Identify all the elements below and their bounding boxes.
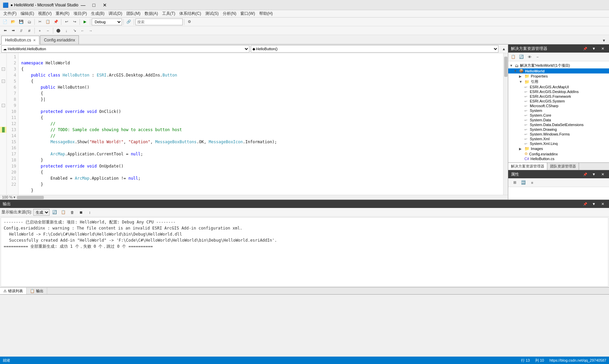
se-tab-solution[interactable]: 解决方案资源管理器 [508,163,547,170]
prop-alpha-icon[interactable]: 🔤 [520,179,527,186]
scrollbar-thumb[interactable] [504,57,508,77]
se-close-button[interactable]: ✕ [599,45,606,52]
search-input[interactable] [135,19,183,25]
step-over-button[interactable]: ↓ [63,27,70,34]
paste-button[interactable]: 📌 [52,18,60,26]
tree-images[interactable]: ▶ 📁 Images [508,146,609,151]
step-into-button[interactable]: ↘ [71,27,78,34]
collapse-btn-9[interactable]: − [2,104,5,107]
tree-ref-system[interactable]: ↩ System [508,108,609,113]
outdent-button[interactable]: ➡ [9,27,17,34]
indent-button[interactable]: ⬅ [1,27,9,34]
menu-refactor[interactable]: 重构(R) [54,10,71,17]
start-button[interactable]: ▶ [81,18,89,26]
attach-button[interactable]: 🔗 [125,18,132,26]
se-properties-button[interactable]: 📋 [510,53,517,61]
tree-solution[interactable]: ▼ 🗂 解决方案'HelloWorld'(1个项目) [508,63,609,68]
breakpoint-button[interactable]: ⬤ [55,27,62,34]
output-dropdown-button[interactable]: ▼ [590,200,598,208]
output-expand-button[interactable]: ↕ [86,209,93,216]
prop-dropdown-button[interactable]: ▼ [590,171,598,178]
navigate-forward-button[interactable]: → [87,27,94,34]
prop-close-button[interactable]: ✕ [599,171,606,178]
redo-button[interactable]: ↪ [71,18,78,26]
menu-help[interactable]: 帮助(H) [257,10,275,17]
code-editor[interactable]: namespace HelloWorld { public class Hell… [19,53,503,195]
tree-ref-dataset-ext[interactable]: ↩ System.Data.DataSetExtensions [508,122,609,127]
uncomment-button[interactable]: // [26,27,33,34]
tree-ref-system-esri[interactable]: ↩ ESRI.ArcGIS.System [508,99,609,103]
navigate-back-button[interactable]: ← [79,27,86,34]
minimize-button[interactable]: — [79,1,88,9]
menu-window[interactable]: 窗口(W) [238,10,257,17]
menu-tools[interactable]: 工具(T) [160,10,177,17]
save-button[interactable]: 💾 [18,18,25,26]
horizontal-scrollbar[interactable]: 100 % ▾ [0,195,508,200]
tree-properties[interactable]: ▶ 📁 Properties [508,73,609,79]
menu-build[interactable]: 生成(B) [89,10,106,17]
collapse-btn-5[interactable]: − [2,80,5,83]
comment-button[interactable]: // [18,27,25,34]
output-copy-button[interactable]: 📋 [60,209,67,216]
tree-ref-framework[interactable]: ↩ ESRI.ArcGIS.Framework [508,94,609,99]
bottom-tab-errors[interactable]: ⚠ 错误列表 [0,287,27,294]
se-show-all-button[interactable]: 👁 [526,53,533,61]
output-refresh-button[interactable]: 🔄 [51,209,58,216]
menu-view[interactable]: 视图(V) [36,10,54,17]
menu-architecture[interactable]: 体系结构(C) [177,10,203,17]
cut-button[interactable]: ✂ [36,18,43,26]
bottom-tab-output[interactable]: 📋 输出 [27,287,47,294]
tab-hellobutton-cs[interactable]: HelloButton.cs ✕ [1,36,39,44]
expand-editor-button[interactable]: ▲ [501,45,507,53]
collapse-all-button[interactable]: − [44,27,52,34]
output-stop-button[interactable]: ⏹ [77,209,85,216]
tree-ref-xml-linq[interactable]: ↩ System.Xml.Linq [508,141,609,146]
menu-team[interactable]: 团队(M) [124,10,143,17]
tree-ref-drawing[interactable]: ↩ System.Drawing [508,127,609,132]
expand-all-button[interactable]: + [36,27,43,34]
class-dropdown[interactable]: ☁ HelloWorld.HelloButton [1,45,249,53]
menu-analyze[interactable]: 分析(N) [221,10,239,17]
tree-project-helloworld[interactable]: ▼ 📦 HelloWorld [508,68,609,73]
tree-ref-desktop-addins[interactable]: ↩ ESRI.ArcGIS.Desktop.AddIns [508,89,609,94]
output-source-select[interactable]: 生成 [33,209,50,216]
menu-debug[interactable]: 调试(D) [106,10,124,17]
tree-hellobutton-cs[interactable]: C# HelloButton.cs [508,156,609,161]
tree-ref-xml[interactable]: ↩ System.Xml [508,136,609,141]
output-close-button[interactable]: ✕ [599,200,606,208]
tab-close-hellobutton[interactable]: ✕ [33,38,36,42]
tree-ref-system-core[interactable]: ↩ System.Core [508,113,609,118]
output-clear-button[interactable]: 🗑 [68,209,76,216]
se-pin-button[interactable]: 📌 [581,45,589,52]
close-button[interactable]: ✕ [100,1,110,9]
menu-data[interactable]: 数据(A) [143,10,160,17]
save-all-button[interactable]: 🗂 [26,18,33,26]
prop-properties-icon[interactable]: ≡ [528,179,536,186]
vertical-scrollbar[interactable] [503,53,508,195]
copy-button[interactable]: 📋 [44,18,52,26]
tree-references[interactable]: ▼ 📁 引用 [508,79,609,85]
tree-ref-arcmapui[interactable]: ↩ ESRI.ArcGIS.ArcMapUI [508,85,609,89]
menu-test[interactable]: 测试(S) [203,10,221,17]
tree-ref-winforms[interactable]: ↩ System.Windows.Forms [508,132,609,136]
se-collapse-all-button[interactable]: − [534,53,541,61]
collapse-btn-3[interactable]: − [2,67,5,71]
prop-grid-icon[interactable]: ⊞ [511,179,518,186]
maximize-button[interactable]: □ [89,1,99,9]
tree-config-esriaddinx[interactable]: ⚙ Config.esriaddinx [508,151,609,156]
config-dropdown[interactable]: Debug Release [92,19,122,25]
se-dropdown-button[interactable]: ▼ [590,45,598,52]
undo-button[interactable]: ↩ [63,18,70,26]
prop-pin-button[interactable]: 📌 [581,171,589,178]
method-dropdown[interactable]: ◆ HelloButton() [251,45,499,53]
tree-ref-system-data[interactable]: ↩ System.Data [508,118,609,122]
more-buttons1[interactable]: ⚙ [186,18,193,26]
menu-file[interactable]: 文件(F) [1,10,19,17]
tree-ref-microsoft-csharp[interactable]: ↩ Microsoft.CSharp [508,103,609,108]
se-tab-team[interactable]: 团队资源管理器 [547,163,579,170]
hscroll-thumb[interactable] [17,196,44,199]
new-project-button[interactable]: 📄 [1,18,9,26]
open-button[interactable]: 📂 [9,18,17,26]
menu-project[interactable]: 项目(P) [71,10,89,17]
se-refresh-button[interactable]: 🔄 [518,53,525,61]
